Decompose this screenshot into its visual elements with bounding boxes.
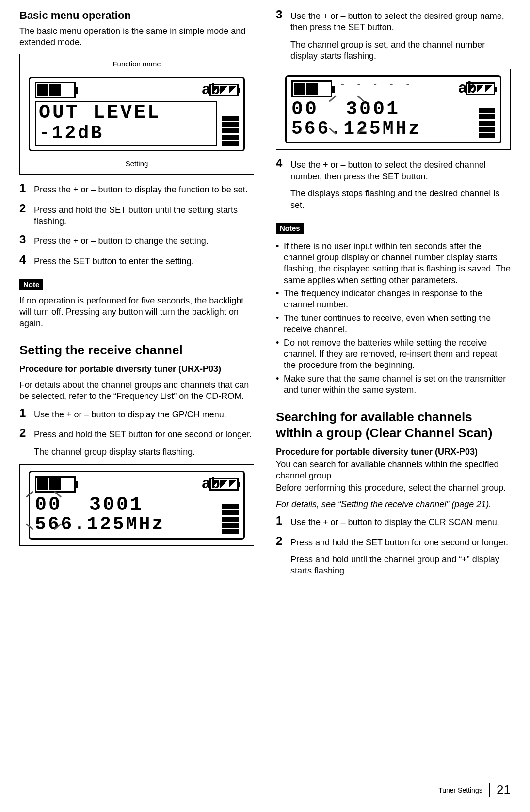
list-item: Make sure that the same channel is set o…: [276, 373, 511, 396]
notes-list: If there is no user input within ten sec…: [276, 241, 511, 396]
step-text: Press the + or – button to change the se…: [34, 234, 254, 247]
figure-channel-flash: ab - - - - - 00 3001 566.125MHz: [276, 69, 511, 150]
lcd-group-flash: ab 00 3001 566.125MHz: [29, 471, 245, 540]
steps-receive-channel-cont: 3 Use the + or – button to select the de…: [276, 9, 511, 62]
af-level-bars: [222, 116, 239, 146]
list-item: If there is no user input within ten sec…: [276, 241, 511, 287]
step-text: Use the + or – button to select the desi…: [290, 11, 511, 33]
proc-text: You can search for available channels wi…: [276, 459, 511, 482]
lcd-ab-indicator: ab: [202, 474, 220, 494]
step-text: Press the SET button to enter the settin…: [34, 254, 254, 267]
list-item: The tuner continues to receive, even whe…: [276, 313, 511, 335]
heading-clear-channel-scan: Searching for available channels within …: [276, 405, 511, 442]
list-item: Do not remove the batteries while settin…: [276, 337, 511, 371]
lcd-ab-indicator: ab: [202, 80, 220, 100]
lcd-ab-indicator: ab: [458, 79, 477, 99]
lcd-frequency: 566.125MHz: [35, 515, 217, 534]
figure-out-level: Function name ab OUT LEVEL -12dB: [19, 54, 254, 175]
label-setting: Setting: [29, 159, 245, 169]
cross-ref: For details, see “Setting the receive ch…: [276, 499, 491, 509]
rf-meter-icon: [35, 82, 76, 98]
lcd-out-level: ab OUT LEVEL -12dB: [29, 77, 245, 151]
notes-badge: Notes: [276, 223, 304, 234]
lcd-channel: 3001: [89, 494, 144, 516]
rf-meter-icon: [291, 80, 332, 97]
step-text: Press and hold the SET button for one se…: [290, 537, 511, 548]
pointer-line: [137, 151, 137, 158]
pointer-line: [137, 70, 137, 77]
step-number: 3: [19, 234, 34, 245]
step-number: 2: [276, 535, 290, 547]
step-number: 1: [19, 182, 34, 194]
lcd-line1: 00 3001: [35, 495, 217, 515]
basic-intro: The basic menu operation is the same in …: [19, 26, 254, 48]
step-subtext: The channel group display starts flashin…: [34, 446, 254, 458]
lcd-group: 00: [291, 98, 319, 120]
lcd-setting: -12dB: [39, 124, 213, 143]
step-number: 2: [19, 427, 34, 439]
step-text: Use the + or – button to display the CLR…: [290, 515, 511, 528]
lcd-line1: 00 3001: [291, 100, 474, 119]
lcd-channel: 3001: [346, 98, 400, 120]
step-number: 1: [276, 515, 290, 526]
steps-clear-scan: 1 Use the + or – button to display the C…: [276, 515, 511, 577]
page-footer: Tuner Settings 21: [438, 782, 511, 798]
step-number: 2: [19, 203, 34, 214]
step-text: Press and hold the SET button for one se…: [34, 429, 254, 440]
note-text: If no operation is performed for five se…: [19, 295, 254, 329]
lcd-function: OUT LEVEL: [39, 103, 213, 123]
footer-divider: [489, 783, 490, 797]
label-function-name: Function name: [29, 59, 245, 69]
list-item: The frequency indicator changes in respo…: [276, 288, 511, 311]
rf-meter-icon: [35, 476, 76, 493]
heading-basic-menu: Basic menu operation: [19, 9, 254, 23]
step-text: Use the + or – button to display the GP/…: [34, 407, 254, 420]
footer-title: Tuner Settings: [438, 786, 482, 795]
step-number: 4: [19, 254, 34, 266]
step-text: Use the + or – button to select the desi…: [290, 159, 511, 182]
lcd-group: 00: [35, 494, 62, 516]
af-level-bars: [222, 504, 239, 534]
page-number: 21: [497, 782, 511, 798]
procedure-intro: For details about the channel groups and…: [19, 380, 254, 402]
proc-text: Before performing this procedure, select…: [276, 482, 511, 494]
af-level-bars: [479, 108, 495, 138]
lcd-frequency: 566.125MHz: [291, 119, 474, 139]
lcd-channel-flash: ab - - - - - 00 3001 566.125MHz: [285, 75, 501, 144]
step-subtext: The displays stops flashing and the desi…: [290, 188, 511, 211]
step-number: 4: [276, 158, 290, 169]
step-number: 3: [276, 9, 290, 20]
steps-basic-menu: 1 Press the + or – button to display the…: [19, 182, 254, 267]
step-number: 1: [19, 407, 34, 419]
steps-receive-channel-cont2: 4 Use the + or – button to select the de…: [276, 158, 511, 211]
step-text: Press the + or – button to display the f…: [34, 182, 254, 195]
figure-group-flash: ab 00 3001 566.125MHz: [19, 464, 254, 546]
step-text: Press and hold the SET button until the …: [34, 203, 254, 227]
procedure-heading: Procedure for portable diversity tuner (…: [19, 364, 254, 375]
heading-receive-channel: Setting the receive channel: [19, 338, 254, 359]
flash-dashes: - - - - -: [340, 80, 413, 91]
note-badge: Note: [19, 279, 43, 290]
procedure-heading: Procedure for portable diversity tuner (…: [276, 446, 511, 458]
steps-receive-channel: 1 Use the + or – button to display the G…: [19, 407, 254, 458]
step-subtext: The channel group is set, and the channe…: [290, 39, 511, 62]
step-subtext: Press and hold until the channel group a…: [290, 554, 511, 577]
